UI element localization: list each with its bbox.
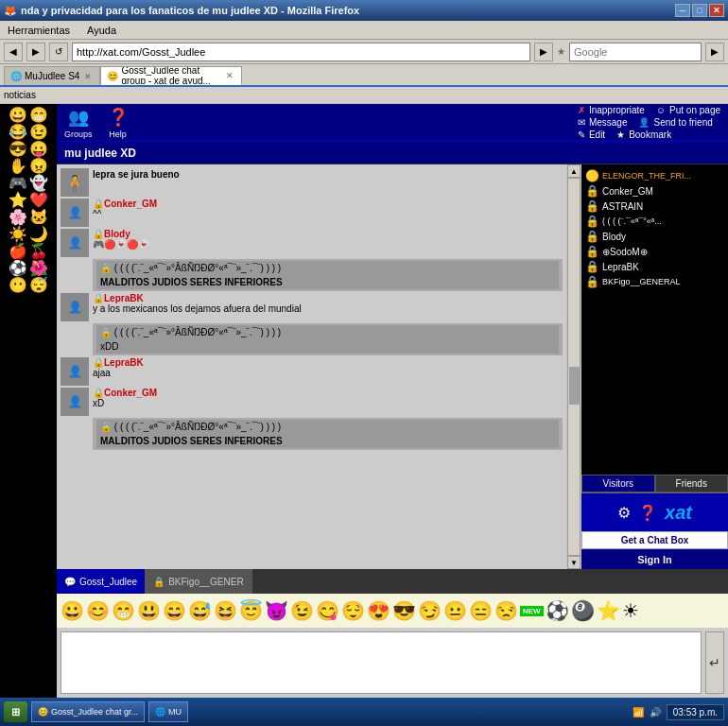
strip-emoji-15[interactable]: 😐: [443, 599, 467, 622]
emoji-hand[interactable]: ✋: [9, 159, 27, 174]
user-sodom[interactable]: 🔒 ⊕SodoM⊕: [585, 244, 724, 259]
go-button[interactable]: ▶: [534, 43, 553, 61]
toolbar-groups[interactable]: 👥 Groups: [64, 107, 93, 139]
strip-emoji-7[interactable]: 😇: [239, 599, 263, 622]
strip-emoji-2[interactable]: 😁: [112, 599, 135, 622]
strip-emoji-1[interactable]: 😊: [86, 599, 110, 622]
minimize-button[interactable]: ─: [675, 4, 690, 17]
user-elengor[interactable]: 🟡 ELENGOR_THE_FRI...: [585, 168, 724, 183]
back-button[interactable]: ◀: [4, 43, 23, 61]
messages-area[interactable]: 🧍 lepra se jura bueno 👤 🔒Conker_GM ^^ 👤: [57, 164, 566, 569]
strip-emoji-4[interactable]: 😄: [163, 599, 186, 622]
emoji-sun[interactable]: ☀️: [9, 227, 27, 242]
emoji-wink[interactable]: 😉: [29, 125, 48, 140]
chat-tab-gosst[interactable]: 💬 Gosst_Judlee: [57, 569, 146, 594]
emoji-cat[interactable]: 🐱: [29, 210, 48, 225]
user-special[interactable]: 🔒 ( ( ( (¨.¯«ª¯°«ª...: [585, 214, 724, 229]
message-item[interactable]: ✉ Message: [578, 117, 628, 128]
strip-emoji-12[interactable]: 😍: [367, 599, 390, 622]
strip-emoji-13[interactable]: 😎: [392, 599, 416, 622]
emoji-moon[interactable]: 🌙: [29, 227, 48, 242]
scroll-up-button[interactable]: ▲: [567, 164, 581, 178]
chat-tab-bkfigo[interactable]: 🔒 BKFigo__GENER: [146, 569, 251, 594]
emoji-cherry[interactable]: 🍒: [29, 244, 48, 259]
emoji-flower2[interactable]: 🌺: [29, 261, 48, 276]
emoji-flower[interactable]: 🌸: [9, 210, 27, 225]
strip-emoji-8[interactable]: 😈: [265, 599, 288, 622]
emoji-ball[interactable]: ⚽: [9, 261, 27, 276]
strip-emoji-5[interactable]: 😅: [188, 599, 212, 622]
user-astrain[interactable]: 🔒 ASTRAIN: [585, 199, 724, 214]
strip-emoji-16[interactable]: 😑: [469, 599, 493, 622]
gear-icon: ⚙: [617, 504, 631, 522]
msg-text-lepra: lepra se jura bueno: [93, 169, 180, 180]
taskbar-item-gosst[interactable]: 😊 Gosst_Judlee chat gr...: [31, 701, 145, 722]
emoji-star[interactable]: ⭐: [9, 193, 27, 208]
taskbar-item-mu[interactable]: 🌐 MU: [148, 701, 188, 722]
user-leprabk[interactable]: 🔒 LepraBK: [585, 259, 724, 274]
user-conker[interactable]: 🔒 Conker_GM: [585, 183, 724, 199]
inappropriate-item[interactable]: ✗ Inappropriate: [578, 105, 645, 115]
strip-emoji-9[interactable]: 😉: [290, 599, 314, 622]
sign-in-button[interactable]: Sign In: [581, 549, 728, 569]
bookmark-item[interactable]: ★ Bookmark: [616, 130, 671, 140]
emoji-tongue[interactable]: 😛: [29, 142, 48, 157]
close-button[interactable]: ✕: [709, 4, 724, 17]
strip-emoji-10[interactable]: 😋: [316, 599, 339, 622]
strip-emoji-6[interactable]: 😆: [214, 599, 237, 622]
strip-emoji-star[interactable]: ⭐: [597, 599, 620, 622]
chat-scrollbar[interactable]: ▲ ▼: [566, 164, 581, 569]
strip-emoji-8ball[interactable]: 🎱: [571, 599, 595, 622]
msg-text-conker1: ^^: [93, 209, 563, 219]
put-on-page-item[interactable]: ☺ Put on page: [656, 105, 720, 115]
send-button[interactable]: ↵: [705, 631, 724, 694]
maximize-button[interactable]: □: [692, 4, 707, 17]
emoji-angry[interactable]: 😠: [29, 159, 48, 174]
reload-button[interactable]: ↺: [49, 43, 68, 61]
search-button[interactable]: ▶: [705, 43, 724, 61]
address-input[interactable]: [72, 43, 530, 61]
input-area: ↵: [57, 628, 728, 698]
scroll-down-button[interactable]: ▼: [567, 556, 581, 569]
emoji-smile[interactable]: 😀: [9, 108, 27, 123]
strip-emoji-0[interactable]: 😀: [61, 599, 84, 622]
start-button[interactable]: ⊞: [4, 701, 27, 722]
emoji-laugh[interactable]: 😂: [9, 125, 27, 140]
emoji-misc2[interactable]: 😴: [29, 278, 48, 293]
menu-ayuda[interactable]: Ayuda: [83, 23, 120, 38]
send-friend-icon: 👤: [638, 117, 650, 128]
chat-input[interactable]: [61, 631, 702, 694]
tab-gosst[interactable]: 😊 Gosst_Judlee chat group - xat de ayud.…: [100, 66, 242, 85]
strip-emoji-11[interactable]: 😌: [341, 599, 365, 622]
search-input[interactable]: [569, 43, 702, 61]
emoji-misc1[interactable]: 😶: [9, 278, 27, 293]
strip-emoji-3[interactable]: 😃: [137, 599, 161, 622]
message-label: Message: [589, 117, 628, 128]
emoji-pacman[interactable]: 🎮: [9, 176, 27, 191]
toolbar-help[interactable]: ❓ Help: [108, 107, 129, 139]
strip-emoji-sun[interactable]: ☀: [622, 599, 639, 622]
scroll-thumb[interactable]: [569, 367, 581, 405]
emoji-grin[interactable]: 😁: [29, 108, 48, 123]
user-bkfigo[interactable]: 🔒 BKFigo__GENERAL: [585, 274, 724, 289]
emoji-apple[interactable]: 🍎: [9, 244, 27, 259]
forward-button[interactable]: ▶: [26, 43, 45, 61]
user-blody[interactable]: 🔒 Blody: [585, 229, 724, 244]
scroll-track[interactable]: [567, 178, 581, 556]
tab-close-gosst[interactable]: ✕: [224, 71, 235, 80]
edit-item[interactable]: ✎ Edit: [578, 130, 605, 140]
get-chatbox-button[interactable]: Get a Chat Box: [581, 531, 728, 549]
emoji-cool[interactable]: 😎: [9, 142, 27, 157]
send-to-friend-item[interactable]: 👤 Send to friend: [638, 117, 712, 128]
visitors-tab[interactable]: Visitors: [581, 475, 655, 493]
title-bar-controls[interactable]: ─ □ ✕: [675, 4, 724, 17]
emoji-heart[interactable]: ❤️: [29, 193, 48, 208]
tab-close-mujudlee[interactable]: ✕: [82, 72, 94, 81]
menu-herramientas[interactable]: Herramientas: [4, 23, 74, 38]
friends-tab[interactable]: Friends: [655, 475, 729, 493]
strip-emoji-14[interactable]: 😏: [418, 599, 442, 622]
strip-emoji-17[interactable]: 😒: [494, 599, 518, 622]
emoji-ghost[interactable]: 👻: [29, 176, 48, 191]
strip-emoji-ball[interactable]: ⚽: [546, 599, 569, 622]
tab-mujudlee[interactable]: 🌐 MuJudlee S4 ✕: [4, 66, 100, 85]
